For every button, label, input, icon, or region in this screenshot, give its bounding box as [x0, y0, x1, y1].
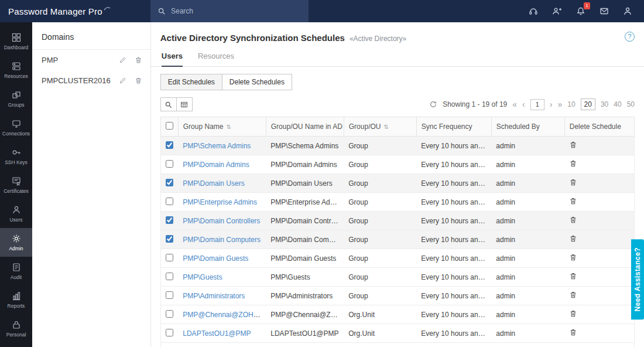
column-label: Group/OU Name in AD: [271, 123, 342, 131]
first-page-button[interactable]: «: [512, 100, 517, 108]
col-group-name[interactable]: Group Name⇅: [178, 117, 266, 137]
row-checkbox[interactable]: [166, 179, 173, 186]
edit-domain-icon[interactable]: [119, 77, 126, 84]
group-ou-type-cell: Group: [344, 212, 416, 230]
app-logo[interactable]: Password Manager Pro: [0, 6, 150, 16]
col-ad-name[interactable]: Group/OU Name in AD⇅: [266, 117, 344, 137]
sort-icon[interactable]: ⇅: [226, 124, 231, 130]
last-page-button[interactable]: »: [557, 100, 562, 108]
phone-support-icon[interactable]: [529, 6, 538, 16]
users-icon: [12, 205, 21, 215]
page-size-30[interactable]: 30: [601, 100, 608, 108]
page-size-10[interactable]: 10: [567, 100, 575, 108]
sidebar-item-resources[interactable]: Resources: [0, 56, 32, 84]
delete-schedule-icon[interactable]: [569, 141, 577, 149]
row-checkbox[interactable]: [166, 141, 173, 149]
row-checkbox[interactable]: [166, 198, 173, 205]
notifications-bell-icon[interactable]: 1: [576, 6, 585, 16]
group-name-link[interactable]: PMP\Guests: [183, 273, 222, 281]
delete-schedule-icon[interactable]: [569, 328, 577, 336]
delete-schedule-icon[interactable]: [569, 291, 577, 299]
group-name-link[interactable]: PMP\Domain Users: [183, 179, 244, 188]
table-body: PMP\Schema Admins PMP\Schema Admins Grou…: [160, 137, 634, 347]
row-checkbox[interactable]: [166, 160, 173, 168]
sidebar-item-audit[interactable]: Audit: [0, 257, 32, 285]
sort-icon[interactable]: ⇅: [383, 124, 388, 130]
delete-schedule-icon[interactable]: [569, 253, 577, 261]
row-checkbox[interactable]: [166, 310, 173, 318]
sidebar-item-ssh-keys[interactable]: SSH Keys: [0, 142, 32, 171]
delete-schedule-icon[interactable]: [569, 159, 577, 168]
delete-schedule-icon[interactable]: [569, 216, 577, 224]
next-page-button[interactable]: ›: [550, 100, 553, 108]
topbar: Password Manager Pro 1: [0, 0, 644, 22]
delete-schedules-button[interactable]: Delete Schedules: [222, 74, 292, 90]
page-size-40[interactable]: 40: [614, 100, 621, 108]
delete-schedule-icon[interactable]: [569, 234, 577, 243]
select-all-checkbox[interactable]: [166, 122, 173, 130]
edit-domain-icon[interactable]: [119, 56, 126, 64]
row-checkbox[interactable]: [166, 329, 173, 336]
tab-users[interactable]: Users: [162, 52, 183, 67]
group-name-link[interactable]: LDAPTestOU1@PMP: [183, 329, 251, 338]
delete-schedule-icon[interactable]: [569, 272, 577, 280]
page-input[interactable]: [530, 99, 544, 110]
group-name-link[interactable]: PMP\Domain Computers: [183, 236, 261, 244]
group-ou-type-cell: Group: [344, 287, 416, 305]
sidebar-item-label: Dashboard: [4, 45, 29, 50]
topbar-icons: 1: [529, 6, 644, 16]
delete-schedule-icon[interactable]: [569, 197, 577, 205]
help-icon[interactable]: ?: [625, 32, 635, 42]
group-name-link[interactable]: PMP\Domain Guests: [183, 254, 248, 263]
delete-schedule-icon[interactable]: [569, 178, 577, 186]
row-checkbox[interactable]: [166, 273, 173, 280]
col-group-ou[interactable]: Group/OU⇅: [344, 117, 416, 137]
refresh-icon[interactable]: [429, 100, 437, 108]
page-size-50[interactable]: 50: [627, 100, 635, 108]
domain-item-pmpcluster2016[interactable]: PMPCLUSTER2016: [32, 70, 150, 91]
delete-schedule-icon[interactable]: [569, 309, 577, 318]
pagination: Showing 1 - 19 of 19 « ‹ › » 10 20 30 40…: [429, 98, 635, 110]
group-name-link[interactable]: PMP\Domain Admins: [183, 161, 249, 169]
delete-domain-icon[interactable]: [135, 56, 142, 64]
group-name-link[interactable]: PMP\Administrators: [183, 292, 245, 300]
sidebar-item-connections[interactable]: Connections: [0, 113, 32, 142]
group-name-link[interactable]: PMP\Domain Controllers: [183, 217, 260, 225]
table-search-button[interactable]: [160, 97, 177, 111]
ad-name-cell: PMP\Schema Admins: [266, 137, 344, 155]
delete-cell: [564, 305, 634, 324]
row-checkbox[interactable]: [166, 291, 173, 299]
row-checkbox[interactable]: [166, 254, 173, 261]
sidebar-item-groups[interactable]: Groups: [0, 84, 32, 113]
need-assistance-tab[interactable]: Need Assistance?: [631, 239, 644, 319]
sidebar-item-reports[interactable]: Reports: [0, 285, 32, 314]
prev-page-button[interactable]: ‹: [522, 100, 525, 108]
search-input[interactable]: [171, 7, 288, 15]
sidebar-item-certificates[interactable]: Certificates: [0, 171, 32, 199]
sidebar-item-personal[interactable]: Personal: [0, 314, 32, 343]
group-name-link[interactable]: PMP\Enterprise Admins: [183, 198, 257, 206]
group-ou-type-cell: Group: [344, 268, 416, 287]
sidebar-item-admin[interactable]: Admin: [0, 228, 32, 257]
row-checkbox[interactable]: [166, 216, 173, 224]
add-user-icon[interactable]: [552, 6, 562, 16]
edit-schedules-button[interactable]: Edit Schedules: [160, 74, 222, 90]
sidebar-item-users[interactable]: Users: [0, 199, 32, 228]
domain-name[interactable]: PMPCLUSTER2016: [42, 76, 111, 85]
ssh-keys-icon: [12, 148, 21, 157]
domain-name[interactable]: PMP: [42, 56, 111, 64]
mail-icon[interactable]: [600, 6, 609, 16]
delete-domain-icon[interactable]: [135, 77, 142, 84]
group-name-link[interactable]: PMP\Schema Admins: [183, 142, 251, 150]
row-checkbox[interactable]: [166, 235, 173, 243]
domain-item-pmp[interactable]: PMP: [32, 50, 150, 70]
page-size-20[interactable]: 20: [581, 98, 595, 110]
column-chooser-button[interactable]: [176, 97, 193, 111]
account-icon[interactable]: [623, 6, 632, 16]
group-name-cell: PMP\Guests: [178, 268, 266, 287]
breadcrumb-active-directory[interactable]: «Active Directory»: [350, 35, 406, 43]
sidebar-item-dashboard[interactable]: Dashboard: [0, 27, 32, 56]
sync-frequency-cell: Every 10 hours and 3...: [416, 249, 491, 268]
tab-resources[interactable]: Resources: [198, 52, 234, 66]
group-name-link[interactable]: PMP@Chennai@ZOHO@In...: [183, 311, 266, 319]
